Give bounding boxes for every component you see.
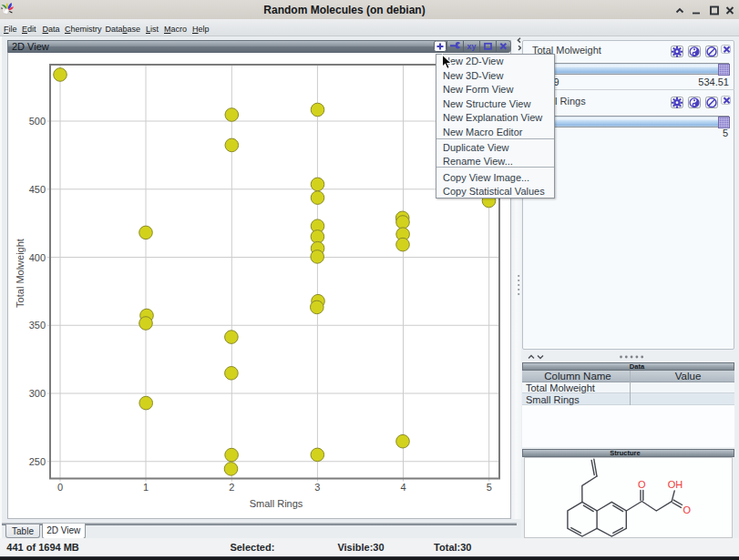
- svg-text:Total Molweight: Total Molweight: [15, 239, 26, 308]
- svg-text:5: 5: [487, 482, 492, 493]
- svg-text:350: 350: [29, 320, 46, 331]
- svg-text:500: 500: [29, 116, 46, 127]
- svg-text:O: O: [683, 504, 691, 514]
- svg-text:250: 250: [29, 456, 46, 467]
- svg-text:400: 400: [29, 252, 46, 263]
- svg-text:O: O: [638, 479, 646, 490]
- svg-text:3: 3: [314, 482, 320, 493]
- svg-text:0: 0: [57, 482, 63, 493]
- svg-text:2: 2: [229, 482, 234, 493]
- svg-text:OH: OH: [668, 479, 683, 490]
- svg-text:300: 300: [29, 388, 46, 399]
- svg-text:Small Rings: Small Rings: [250, 498, 303, 509]
- svg-text:xy: xy: [467, 42, 476, 51]
- svg-text:4: 4: [400, 482, 405, 493]
- svg-text:450: 450: [29, 184, 46, 195]
- svg-text:1: 1: [143, 482, 149, 493]
